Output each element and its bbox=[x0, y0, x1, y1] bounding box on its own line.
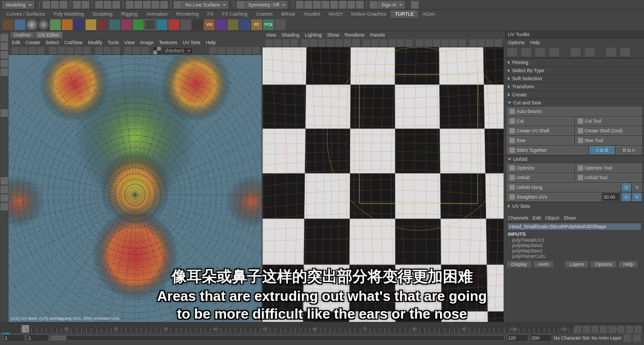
uv-wire-icon[interactable] bbox=[75, 47, 82, 54]
shelf-icon-21[interactable] bbox=[239, 19, 250, 30]
uv-menu-help[interactable]: Help bbox=[206, 40, 216, 45]
scale-tool-icon[interactable] bbox=[1, 68, 8, 76]
uvt-quick-4-icon[interactable] bbox=[549, 48, 559, 57]
uv-channel-d-icon[interactable] bbox=[235, 47, 243, 54]
vp-isolate-icon[interactable] bbox=[405, 39, 413, 47]
shelf-icon-17[interactable] bbox=[192, 19, 203, 30]
vp-film-gate-icon[interactable] bbox=[310, 39, 317, 47]
uv-frame-all-icon[interactable] bbox=[11, 47, 19, 54]
uv-texture-icon[interactable] bbox=[83, 47, 91, 54]
uv-texture-dropdown[interactable]: checker1 bbox=[162, 48, 192, 53]
create-uv-shell-button[interactable]: Create UV Shell bbox=[507, 126, 574, 135]
uv-menu-tools[interactable]: Tools bbox=[108, 40, 119, 45]
uvt-quick-6-icon[interactable] bbox=[585, 48, 595, 57]
uvt-quick-2-icon[interactable] bbox=[521, 48, 531, 57]
vp-shadows-icon[interactable] bbox=[397, 39, 405, 47]
hypershade-icon[interactable] bbox=[330, 1, 338, 9]
last-tool-icon[interactable] bbox=[1, 109, 8, 117]
shelf-icon-4[interactable] bbox=[38, 19, 49, 30]
straighten-angle-input[interactable] bbox=[602, 193, 620, 201]
shelf-icon-pc[interactable]: PC bbox=[251, 19, 262, 30]
uvt-menu-options[interactable]: Options bbox=[508, 40, 525, 45]
uvt-section-cutsew[interactable]: Cut and Sew bbox=[505, 99, 644, 107]
uv-menu-modify[interactable]: Modify bbox=[88, 40, 103, 45]
b-to-a-button[interactable]: B to A bbox=[616, 146, 642, 154]
move-tool-icon[interactable] bbox=[1, 51, 8, 59]
shelf-icon-vis[interactable]: VIS bbox=[204, 19, 215, 30]
shelf-tab-animation[interactable]: Animation bbox=[142, 10, 172, 18]
uv-baking-icon[interactable] bbox=[133, 47, 140, 54]
uv-isolate-icon[interactable] bbox=[124, 47, 132, 54]
uvt-section-transform[interactable]: Transform bbox=[505, 83, 644, 90]
vp-safe-action-icon[interactable] bbox=[344, 39, 351, 47]
uvt-quick-1-icon[interactable] bbox=[507, 48, 517, 57]
uv-filtered-icon[interactable] bbox=[104, 47, 111, 54]
shelf-tab-turtle[interactable]: TURTLE bbox=[391, 10, 418, 18]
shelf-icon-16[interactable] bbox=[180, 19, 191, 30]
persp-viewport[interactable] bbox=[263, 47, 504, 322]
uv-rgba-icon[interactable] bbox=[112, 47, 120, 54]
cb-layers-menu[interactable]: Layers bbox=[565, 261, 588, 267]
persp-menu-lighting[interactable]: Lighting bbox=[305, 32, 322, 38]
shelf-icon-19[interactable] bbox=[216, 19, 227, 30]
sew-button[interactable]: Sew bbox=[507, 136, 574, 145]
shelf-icon-5[interactable] bbox=[50, 19, 61, 30]
uvt-section-softsel[interactable]: Soft Selection bbox=[505, 75, 644, 82]
range-start-outer[interactable] bbox=[3, 334, 25, 342]
uvt-section-uvsets[interactable]: UV Sets bbox=[505, 202, 644, 210]
live-surface-icon[interactable] bbox=[174, 1, 181, 9]
range-start-inner[interactable] bbox=[27, 334, 48, 342]
uv-grid-icon[interactable] bbox=[29, 47, 36, 54]
rotate-tool-icon[interactable] bbox=[1, 60, 8, 67]
straighten-uvs-button[interactable]: Straighten UVs bbox=[507, 193, 601, 201]
shelf-icon-12[interactable] bbox=[133, 19, 144, 30]
uv-menu-cutsew[interactable]: Cut/Sew bbox=[65, 40, 83, 45]
vp-res-gate-icon[interactable] bbox=[319, 39, 326, 47]
vp-2d-pan-icon[interactable] bbox=[291, 39, 298, 47]
uv-menu-select[interactable]: Select bbox=[46, 40, 59, 45]
paint-select-icon[interactable] bbox=[112, 1, 120, 9]
uvt-section-unfold[interactable]: Unfold bbox=[505, 156, 644, 163]
cb-input-1[interactable]: polyMapSew2 bbox=[508, 243, 641, 248]
render-view-icon[interactable] bbox=[296, 1, 303, 9]
workspace-dropdown[interactable]: Modeling bbox=[2, 1, 34, 9]
uv-shaded-icon[interactable] bbox=[49, 47, 56, 54]
shelf-icon-1[interactable] bbox=[3, 19, 13, 30]
persp-menu-renderer[interactable]: Renderer bbox=[344, 32, 365, 38]
cb-options-menu[interactable]: Options bbox=[591, 261, 616, 267]
redo-icon[interactable] bbox=[82, 1, 89, 9]
timeline-track[interactable]: 1102030405060708090100110120 bbox=[0, 323, 644, 333]
uv-menu-textures[interactable]: Textures bbox=[159, 40, 177, 45]
open-scene-icon[interactable] bbox=[51, 1, 59, 9]
vp-field-chart-icon[interactable] bbox=[335, 39, 343, 47]
vp-wireframe-icon[interactable] bbox=[363, 39, 370, 47]
uv-channel-c-icon[interactable] bbox=[227, 47, 234, 54]
anim-layer-dropdown[interactable]: No Anim Layer bbox=[591, 335, 621, 341]
uv-distortion-icon[interactable] bbox=[58, 47, 65, 54]
playblast-icon[interactable] bbox=[348, 1, 355, 9]
cut-tool-button[interactable]: Cut Tool bbox=[575, 117, 642, 125]
uvt-quick-5-icon[interactable] bbox=[571, 48, 581, 57]
symmetry-dropdown[interactable]: Symmetry: Off bbox=[245, 1, 287, 9]
uv-checkermap-icon[interactable] bbox=[153, 47, 161, 54]
cb-menu-channels[interactable]: Channels bbox=[508, 215, 528, 221]
vp-xray-joints-icon[interactable] bbox=[424, 39, 432, 47]
cb-shape-node[interactable]: Head_SmallScale:ZBrushPolyMesh3DShape bbox=[508, 223, 641, 230]
shelf-icon-24[interactable] bbox=[275, 19, 286, 30]
vp-gate-mask-icon[interactable] bbox=[327, 39, 334, 47]
pause-icon[interactable] bbox=[356, 1, 364, 9]
snap-curve-icon[interactable] bbox=[135, 1, 142, 9]
shelf-icon-2[interactable] bbox=[15, 19, 25, 30]
uv-checker-icon[interactable] bbox=[95, 47, 103, 54]
vp-motion-blur-icon[interactable] bbox=[441, 39, 449, 47]
straighten-u-button[interactable]: U bbox=[621, 193, 631, 201]
vp-image-plane-icon[interactable] bbox=[282, 39, 290, 47]
render-frame-icon[interactable] bbox=[305, 1, 312, 9]
shelf-icon-8[interactable] bbox=[86, 19, 96, 30]
layout-single-icon[interactable] bbox=[1, 177, 8, 185]
snap-grid-icon[interactable] bbox=[126, 1, 133, 9]
unfold-v-button[interactable]: V bbox=[632, 183, 642, 192]
uvt-quick-8-icon[interactable] bbox=[620, 48, 630, 57]
range-slider[interactable] bbox=[51, 335, 505, 341]
uvt-section-selectbytype[interactable]: Select By Type bbox=[505, 67, 644, 74]
